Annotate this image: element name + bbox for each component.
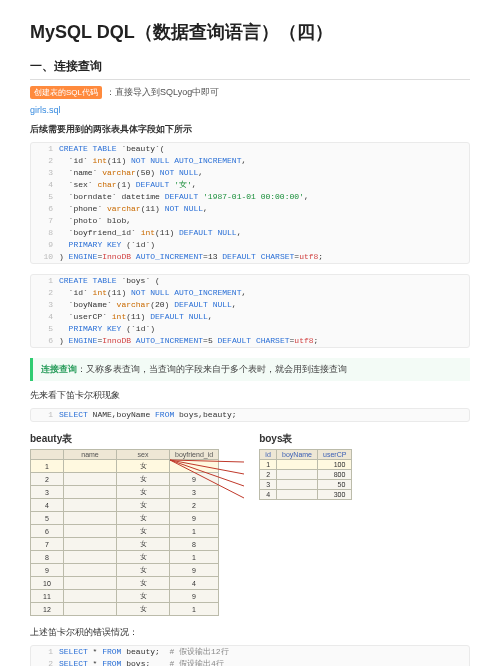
- boys-caption: boys表: [259, 432, 352, 446]
- code-line: 1CREATE TABLE `beauty`(: [31, 143, 469, 155]
- tables-row: beauty表 namesexboyfriend_id1女2女93女34女25女…: [30, 432, 470, 616]
- code-block-select: 1SELECT NAME,boyName FROM boys,beauty;: [30, 408, 470, 422]
- table-row: 4女2: [31, 499, 219, 512]
- section-heading: 一、连接查询: [30, 58, 470, 80]
- code-line: 4 `userCP` int(11) DEFAULT NULL,: [31, 311, 469, 323]
- callout-join: 连接查询：又称多表查询，当查询的字段来自于多个表时，就会用到连接查询: [30, 358, 470, 381]
- boys-panel: boys表 idboyNameuserCP110028003504300: [259, 432, 352, 500]
- boys-table: idboyNameuserCP110028003504300: [259, 449, 352, 500]
- code-line: 2 `id` int(11) NOT NULL AUTO_INCREMENT,: [31, 155, 469, 167]
- intro-line: 创建表的SQL代码：直接导入到SQLyog中即可: [30, 86, 470, 99]
- callout-text: ：又称多表查询，当查询的字段来自于多个表时，就会用到连接查询: [77, 364, 347, 374]
- code-line: 1SELECT NAME,boyName FROM boys,beauty;: [31, 409, 469, 421]
- table-row: 10女4: [31, 577, 219, 590]
- code-line: 8 `boyfriend_id` int(11) DEFAULT NULL,: [31, 227, 469, 239]
- cartesian-intro: 先来看下笛卡尔积现象: [30, 389, 470, 402]
- table-row: 9女9: [31, 564, 219, 577]
- sql-file-link[interactable]: girls.sql: [30, 105, 470, 115]
- table-row: 12女1: [31, 603, 219, 616]
- code-block-boys: 1CREATE TABLE `boys` (2 `id` int(11) NOT…: [30, 274, 470, 348]
- code-line: 5 PRIMARY KEY (`id`): [31, 323, 469, 335]
- code-block-error: 1SELECT * FROM beauty; # 假设输出12行2SELECT …: [30, 645, 470, 666]
- intro-text: ：直接导入到SQLyog中即可: [106, 87, 219, 97]
- page-title: MySQL DQL（数据查询语言）（四）: [30, 20, 470, 44]
- code-line: 3 `name` varchar(50) NOT NULL,: [31, 167, 469, 179]
- table-row: 7女8: [31, 538, 219, 551]
- table-row: 8女1: [31, 551, 219, 564]
- table-row: 11女9: [31, 590, 219, 603]
- code-line: 6) ENGINE=InnoDB AUTO_INCREMENT=5 DEFAUL…: [31, 335, 469, 347]
- code-line: 2SELECT * FROM boys; # 假设输出4行: [31, 658, 469, 666]
- code-line: 3 `boyName` varchar(20) DEFAULT NULL,: [31, 299, 469, 311]
- table-row: 2女9: [31, 473, 219, 486]
- code-line: 1SELECT * FROM beauty; # 假设输出12行: [31, 646, 469, 658]
- table-row: 6女1: [31, 525, 219, 538]
- beauty-table: namesexboyfriend_id1女2女93女34女25女96女17女88…: [30, 449, 219, 616]
- code-line: 9 PRIMARY KEY (`id`): [31, 239, 469, 251]
- code-line: 1CREATE TABLE `boys` (: [31, 275, 469, 287]
- table-row: 3女3: [31, 486, 219, 499]
- schema-intro: 后续需要用到的两张表具体字段如下所示: [30, 123, 470, 136]
- table-row: 5女9: [31, 512, 219, 525]
- code-block-beauty: 1CREATE TABLE `beauty`(2 `id` int(11) NO…: [30, 142, 470, 264]
- error-intro: 上述笛卡尔积的错误情况：: [30, 626, 470, 639]
- code-line: 10) ENGINE=InnoDB AUTO_INCREMENT=13 DEFA…: [31, 251, 469, 263]
- table-row: 2800: [260, 470, 352, 480]
- code-line: 5 `borndate` datetime DEFAULT '1987-01-0…: [31, 191, 469, 203]
- callout-tag: 连接查询: [41, 364, 77, 374]
- table-row: 350: [260, 480, 352, 490]
- beauty-caption: beauty表: [30, 432, 219, 446]
- beauty-panel: beauty表 namesexboyfriend_id1女2女93女34女25女…: [30, 432, 219, 616]
- code-line: 2 `id` int(11) NOT NULL AUTO_INCREMENT,: [31, 287, 469, 299]
- table-row: 1100: [260, 460, 352, 470]
- table-row: 1女: [31, 460, 219, 473]
- code-line: 6 `phone` varchar(11) NOT NULL,: [31, 203, 469, 215]
- sql-tag: 创建表的SQL代码: [30, 86, 102, 99]
- code-line: 7 `photo` blob,: [31, 215, 469, 227]
- table-row: 4300: [260, 490, 352, 500]
- code-line: 4 `sex` char(1) DEFAULT '女',: [31, 179, 469, 191]
